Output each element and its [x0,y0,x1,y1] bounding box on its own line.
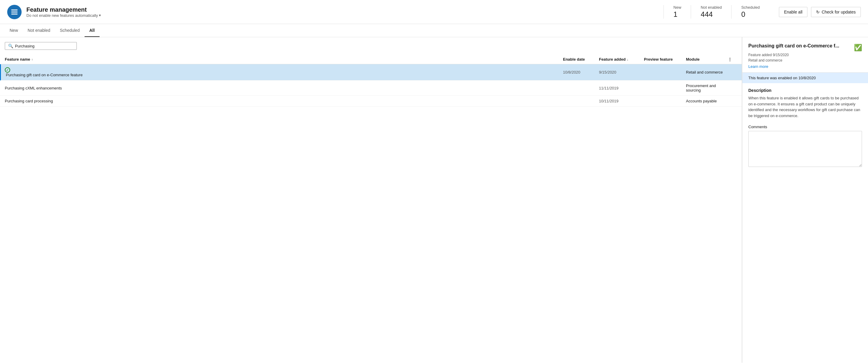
col-module: Module [686,57,728,61]
menu-icon [10,8,19,16]
left-panel: 🔍 Feature name ↑ Enable date Feature add… [0,37,742,363]
svg-rect-0 [11,9,18,10]
app-title: Feature management [26,6,663,13]
row-1-feature-name: ✓ Purchasing gift card on e-Commerce fea… [5,67,563,77]
row-1-enabled-icon: ✓ [5,67,10,73]
col-enable-date-label: Enable date [563,57,585,61]
detail-learn-more-link[interactable]: Learn more [748,64,768,69]
search-input[interactable] [15,44,73,48]
app-title-group: Feature management Do not enable new fea… [26,6,663,18]
col-feature-name[interactable]: Feature name ↑ [5,57,563,61]
detail-body: Description When this feature is enabled… [742,83,868,173]
nav-tabs: New Not enabled Scheduled All [0,24,868,37]
stat-not-enabled: Not enabled 444 [691,5,731,19]
stat-not-enabled-label: Not enabled [701,5,722,9]
tab-not-enabled[interactable]: Not enabled [23,24,55,37]
stat-scheduled-value: 0 [741,10,760,19]
stat-not-enabled-value: 444 [701,10,722,19]
app-subtitle-text: Do not enable new features automatically [26,13,98,18]
row-1-module: Retail and commerce [686,70,728,75]
col-preview-feature-label: Preview feature [644,57,673,61]
check-updates-label: Check for updates [822,9,856,15]
col-preview-feature: Preview feature [644,57,686,61]
comments-label: Comments [748,124,862,129]
refresh-icon: ↻ [816,9,820,15]
row-3-feature-added: 10/11/2019 [599,99,638,103]
row-2-feature-added: 11/11/2019 [599,86,638,90]
check-updates-button[interactable]: ↻ Check for updates [811,7,861,17]
detail-meta-added: Feature added 9/15/2020 [748,53,862,57]
detail-enabled-checkmark: ✅ [854,44,862,52]
stat-new: New 1 [663,5,691,19]
table-row[interactable]: Purchasing cXML enhancements 11/11/2019 … [0,81,742,96]
svg-rect-2 [11,13,18,15]
tab-scheduled[interactable]: Scheduled [55,24,85,37]
col-module-label: Module [686,57,700,61]
row-3-feature-name: Purchasing card processing [5,99,563,103]
col-sort-spacer [638,57,644,61]
chevron-down-icon: ▾ [99,13,101,18]
search-input-wrap: 🔍 [5,42,77,50]
sort-feature-name-icon: ↑ [31,58,33,61]
col-feature-added-label: Feature added [599,57,626,61]
app-subtitle[interactable]: Do not enable new features automatically… [26,13,663,18]
table-row[interactable]: Purchasing card processing 10/11/2019 Ac… [0,96,742,107]
row-1-enable-date: 10/8/2020 [563,70,599,75]
col-enable-date: Enable date [563,57,599,61]
search-bar: 🔍 [0,37,742,55]
enabled-banner: This feature was enabled on 10/8/2020 [742,73,868,83]
more-options-icon: ⋮ [728,57,732,61]
stat-new-value: 1 [673,10,681,19]
detail-title-row: Purchasing gift card on e-Commerce f... … [748,43,862,52]
right-panel: Purchasing gift card on e-Commerce f... … [742,37,868,363]
detail-title: Purchasing gift card on e-Commerce f... [748,43,851,49]
row-2-module: Procurement and sourcing [686,83,728,92]
feature-table: Feature name ↑ Enable date Feature added… [0,55,742,363]
detail-meta-module: Retail and commerce [748,58,862,62]
table-header: Feature name ↑ Enable date Feature added… [0,55,742,64]
row-3-module: Accounts payable [686,99,728,103]
stat-scheduled: Scheduled 0 [731,5,769,19]
comments-input[interactable] [748,131,862,167]
col-feature-added[interactable]: Feature added ↓ [599,57,638,61]
row-1-feature-added: 9/15/2020 [599,70,638,75]
enable-all-button[interactable]: Enable all [779,7,808,17]
main-content: 🔍 Feature name ↑ Enable date Feature add… [0,37,868,363]
app-icon [7,5,22,19]
detail-description-title: Description [748,88,862,93]
sort-feature-added-icon: ↓ [627,58,629,61]
tab-all[interactable]: All [85,24,100,37]
stat-scheduled-label: Scheduled [741,5,760,9]
header-actions: Enable all ↻ Check for updates [779,7,861,17]
row-2-feature-name: Purchasing cXML enhancements [5,86,563,90]
svg-rect-1 [11,11,18,12]
table-row[interactable]: ✓ Purchasing gift card on e-Commerce fea… [0,64,742,81]
search-icon: 🔍 [8,44,13,48]
stat-new-label: New [673,5,681,9]
detail-header: Purchasing gift card on e-Commerce f... … [742,37,868,73]
header-stats: New 1 Not enabled 444 Scheduled 0 [663,5,769,19]
col-more: ⋮ [728,57,737,61]
col-feature-name-label: Feature name [5,57,30,61]
tab-new[interactable]: New [5,24,23,37]
top-header: Feature management Do not enable new fea… [0,0,868,24]
detail-description-text: When this feature is enabled it allows g… [748,95,862,119]
